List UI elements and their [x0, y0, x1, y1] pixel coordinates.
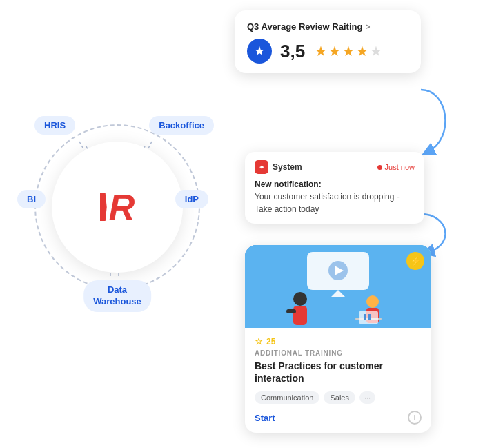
- training-footer: Start i: [255, 411, 422, 425]
- review-card-title[interactable]: Q3 Average Review Raiting >: [247, 21, 408, 32]
- node-backoffice: Backoffice: [149, 116, 214, 135]
- notification-body: New notification: Your customer satisfac…: [255, 178, 415, 215]
- star-1: ★: [315, 43, 327, 59]
- integration-diagram: R HRIS Backoffice BI IdP DataWarehouse: [14, 90, 221, 324]
- node-idp: IdP: [175, 190, 208, 208]
- node-bi: BI: [17, 190, 46, 208]
- svg-point-18: [366, 295, 379, 308]
- star-5: ★: [370, 43, 382, 59]
- node-hris: HRIS: [34, 116, 75, 135]
- review-score: 3,5: [280, 41, 305, 62]
- node-datawarehouse: DataWarehouse: [83, 280, 151, 312]
- review-title-text: Q3 Average Review Raiting: [247, 21, 362, 32]
- training-tags: Communication Sales ···: [255, 391, 422, 404]
- review-card: Q3 Average Review Raiting > ★ 3,5 ★ ★ ★ …: [235, 10, 421, 73]
- notification-source: ✦ System: [255, 160, 302, 174]
- logo-circle: R: [52, 142, 183, 273]
- tag-more: ···: [359, 391, 375, 404]
- training-points: ☆ 25: [255, 336, 422, 347]
- tag-communication: Communication: [255, 391, 319, 404]
- star-2: ★: [328, 43, 341, 59]
- review-content: ★ 3,5 ★ ★ ★ ★ ★: [247, 39, 408, 64]
- source-label: System: [273, 162, 302, 172]
- training-card: ⚡ ☆ 25 Additional Training Best Practice…: [245, 245, 431, 433]
- notification-text: Your customer satisfaction is dropping -…: [255, 192, 400, 214]
- svg-rect-17: [286, 309, 296, 313]
- training-illustration: [245, 245, 431, 328]
- time-label: Just now: [385, 163, 415, 171]
- training-category: Additional Training: [255, 349, 422, 357]
- star-rating: ★ ★ ★ ★ ★: [315, 43, 382, 59]
- system-icon: ✦: [255, 160, 268, 174]
- review-star-icon: ★: [247, 39, 272, 64]
- training-image: ⚡: [245, 245, 431, 328]
- lightning-badge: ⚡: [406, 252, 424, 270]
- star-3: ★: [342, 43, 355, 59]
- brand-logo: R: [100, 189, 135, 225]
- star-4: ★: [356, 43, 368, 59]
- notification-card: ✦ System Just now New notification: Your…: [245, 152, 424, 224]
- training-title: Best Practices for customer interaction: [255, 360, 422, 384]
- training-body: ☆ 25 Additional Training Best Practices …: [245, 328, 431, 433]
- notification-title: New notification:: [255, 179, 322, 189]
- tag-sales: Sales: [324, 391, 355, 404]
- svg-rect-22: [364, 314, 366, 320]
- info-icon[interactable]: i: [408, 411, 422, 425]
- points-value: 25: [266, 337, 275, 347]
- start-button[interactable]: Start: [255, 413, 275, 423]
- notification-time: Just now: [377, 163, 415, 171]
- chevron-right-icon: >: [365, 22, 370, 32]
- svg-point-15: [293, 292, 307, 306]
- notification-header: ✦ System Just now: [255, 160, 415, 174]
- points-star-icon: ☆: [255, 336, 263, 347]
- svg-rect-23: [368, 314, 371, 320]
- live-dot: [377, 165, 382, 170]
- svg-rect-16: [293, 306, 307, 325]
